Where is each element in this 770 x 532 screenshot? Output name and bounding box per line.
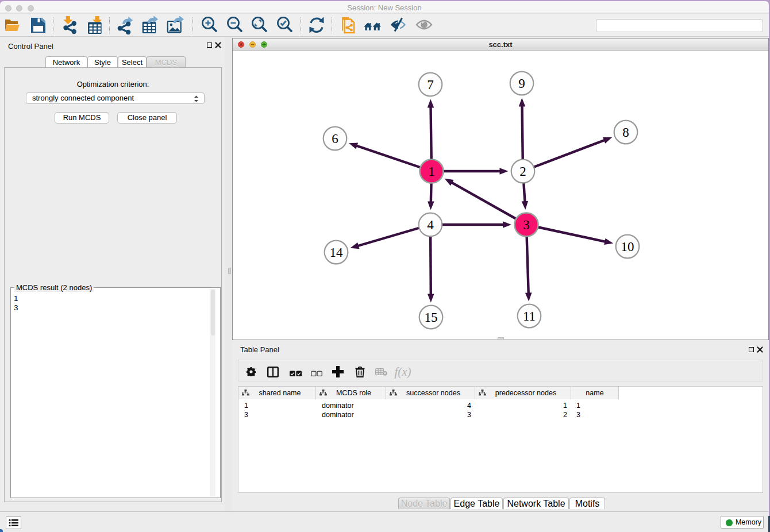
svg-text:15: 15 (425, 310, 438, 325)
svg-text:9: 9 (518, 76, 525, 91)
svg-text:14: 14 (330, 245, 344, 260)
svg-text:7: 7 (427, 78, 434, 92)
svg-text:8: 8 (622, 125, 629, 140)
svg-text:10: 10 (621, 240, 634, 254)
svg-text:1: 1 (428, 164, 435, 179)
svg-text:2: 2 (519, 164, 526, 179)
svg-text:11: 11 (523, 309, 536, 323)
svg-text:6: 6 (332, 132, 338, 146)
svg-text:4: 4 (427, 218, 434, 232)
svg-text:3: 3 (523, 218, 530, 232)
